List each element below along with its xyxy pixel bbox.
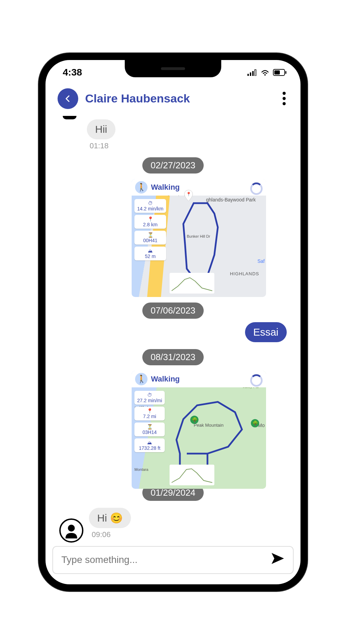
stat-duration: ⏳03H14	[134, 423, 165, 436]
elevation-chart	[170, 465, 214, 485]
avatar[interactable]	[59, 518, 83, 543]
map-stats: ⏱14.2 min/km 📍2.8 km ⏳00H41 ⛰52 m	[134, 199, 166, 260]
message-bubble[interactable]: Essai	[245, 322, 287, 342]
status-time: 4:38	[63, 67, 82, 78]
date-separator: 07/06/2023	[142, 303, 204, 319]
message-input-bar	[52, 546, 294, 574]
notch-speaker	[161, 67, 185, 70]
stat-elevation: ⛰52 m	[134, 247, 166, 260]
map-label-safe: Saf	[257, 258, 265, 264]
stat-elevation: ⛰1732.28 ft	[134, 438, 165, 452]
svg-rect-1	[250, 72, 251, 76]
message-time: 09:06	[92, 530, 131, 539]
message-sent: Essai	[52, 322, 287, 342]
contact-name[interactable]: Claire Haubensack	[85, 92, 273, 105]
send-button[interactable]	[271, 552, 285, 568]
message-bubble[interactable]: Hii	[87, 119, 115, 139]
notch	[125, 60, 221, 77]
stat-distance: 📍2.8 km	[134, 215, 166, 229]
battery-icon	[273, 69, 287, 76]
map-header: 🚶 Walking	[132, 371, 266, 387]
walking-icon: 🚶	[135, 181, 147, 194]
signal-icon	[247, 69, 257, 76]
map-label-montara: Montara	[134, 467, 148, 472]
activity-map-card[interactable]: 🚶 Walking 📍 ghlands-Baywood Park Crystal…	[132, 179, 266, 297]
message-bubble[interactable]: Hi 😊	[89, 508, 131, 528]
date-separator: 08/31/2023	[142, 349, 204, 365]
message-row: Hi 😊 09:06	[52, 508, 294, 543]
spinner-icon	[250, 182, 263, 195]
status-right	[247, 69, 287, 76]
elevation-chart	[170, 273, 214, 294]
svg-rect-2	[252, 71, 254, 76]
phone-frame: 4:38 Claire Haubensack	[39, 53, 307, 591]
stat-distance: 📍7.2 mi	[134, 407, 165, 420]
svg-rect-3	[255, 70, 256, 76]
avatar-partial	[63, 116, 77, 120]
stat-pace: ⏱14.2 min/km	[134, 199, 166, 213]
svg-point-4	[264, 74, 266, 76]
svg-rect-0	[247, 74, 249, 76]
pin-icon: 📍	[183, 189, 194, 203]
svg-rect-6	[274, 70, 280, 75]
message-input[interactable]	[61, 554, 271, 565]
walking-icon: 🚶	[135, 373, 147, 385]
phone-screen: 4:38 Claire Haubensack	[45, 60, 301, 584]
menu-button[interactable]	[280, 89, 288, 108]
spinner-icon	[250, 374, 263, 387]
svg-text:📍: 📍	[186, 191, 191, 197]
chat-scroll-area[interactable]: Hii 01:18 02/27/2023 🚶 Walking 📍 ghlands…	[45, 116, 301, 543]
stat-pace: ⏱27.2 min/mi	[134, 391, 165, 405]
message-received: Hii 01:18	[87, 119, 294, 150]
back-button[interactable]	[58, 88, 78, 109]
wifi-icon	[261, 69, 269, 76]
chat-header: Claire Haubensack	[45, 81, 301, 116]
activity-map-card[interactable]: 🚶 Walking Valley Par Peak Mountain Mo ay…	[132, 371, 266, 489]
activity-type: Walking	[151, 375, 180, 384]
stat-duration: ⏳00H41	[134, 231, 166, 245]
message-time: 01:18	[90, 141, 109, 150]
map-header: 🚶 Walking	[132, 179, 266, 196]
svg-point-9	[68, 525, 75, 532]
activity-type: Walking	[151, 183, 180, 192]
date-separator: 02/27/2023	[142, 157, 204, 174]
map-stats: ⏱27.2 min/mi 📍7.2 mi ⏳03H14 ⛰1732.28 ft	[134, 391, 165, 452]
svg-rect-7	[285, 71, 286, 74]
